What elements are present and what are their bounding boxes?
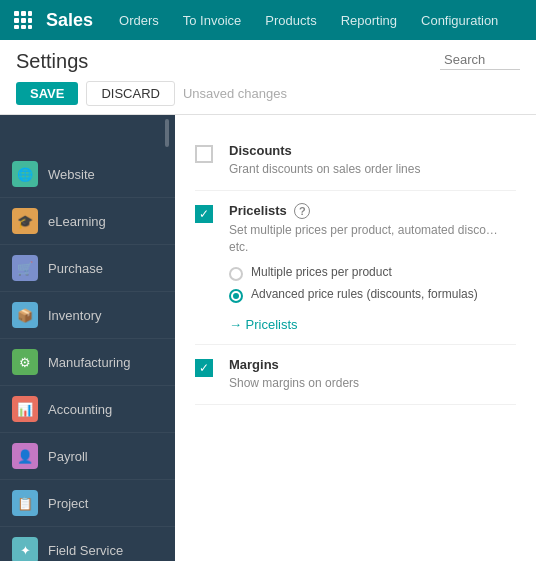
sidebar-label-website: Website	[48, 167, 95, 182]
margins-info: Margins Show margins on orders	[229, 357, 516, 392]
pricelists-help-icon[interactable]: ?	[294, 203, 310, 219]
sidebar-label-project: Project	[48, 496, 88, 511]
sidebar-label-manufacturing: Manufacturing	[48, 355, 130, 370]
sidebar-item-inventory[interactable]: 📦 Inventory	[0, 292, 175, 339]
sidebar-item-elearning[interactable]: 🎓 eLearning	[0, 198, 175, 245]
svg-rect-1	[21, 11, 26, 16]
app-title: Sales	[46, 10, 93, 31]
discard-button[interactable]: DISCARD	[86, 81, 175, 106]
margins-name: Margins	[229, 357, 516, 372]
radio-multi-prices-label: Multiple prices per product	[251, 265, 392, 279]
radio-advanced-rules-circle[interactable]	[229, 289, 243, 303]
margins-setting-row: Margins Show margins on orders	[195, 345, 516, 405]
settings-header: Settings SAVE DISCARD Unsaved changes	[0, 40, 536, 115]
scrollbar-indicator	[165, 119, 169, 147]
svg-rect-5	[28, 18, 32, 23]
nav-reporting[interactable]: Reporting	[331, 9, 407, 32]
radio-advanced-rules-label: Advanced price rules (discounts, formula…	[251, 287, 478, 301]
navbar: Sales Orders To Invoice Products Reporti…	[0, 0, 536, 40]
nav-products[interactable]: Products	[255, 9, 326, 32]
navbar-menu: Orders To Invoice Products Reporting Con…	[109, 9, 528, 32]
discounts-info: Discounts Grant discounts on sales order…	[229, 143, 516, 178]
discounts-name: Discounts	[229, 143, 516, 158]
nav-orders[interactable]: Orders	[109, 9, 169, 32]
sidebar-item-accounting[interactable]: 📊 Accounting	[0, 386, 175, 433]
sidebar-label-inventory: Inventory	[48, 308, 101, 323]
manufacturing-icon: ⚙	[12, 349, 38, 375]
svg-rect-0	[14, 11, 19, 16]
website-icon: 🌐	[12, 161, 38, 187]
search-input[interactable]	[440, 50, 520, 70]
svg-rect-2	[28, 11, 32, 16]
discounts-checkbox[interactable]	[195, 145, 213, 163]
purchase-icon: 🛒	[12, 255, 38, 281]
sidebar-item-website[interactable]: 🌐 Website	[0, 151, 175, 198]
sidebar-item-purchase[interactable]: 🛒 Purchase	[0, 245, 175, 292]
pricelists-checkbox[interactable]	[195, 205, 213, 223]
nav-configuration[interactable]: Configuration	[411, 9, 508, 32]
sidebar-item-field-service[interactable]: ✦ Field Service	[0, 527, 175, 561]
svg-rect-7	[21, 25, 26, 29]
sidebar-label-elearning: eLearning	[48, 214, 106, 229]
sidebar-label-purchase: Purchase	[48, 261, 103, 276]
sidebar: 🌐 Website 🎓 eLearning 🛒 Purchase 📦 Inven…	[0, 115, 175, 561]
pricelists-info: Pricelists ? Set multiple prices per pro…	[229, 203, 516, 333]
inventory-icon: 📦	[12, 302, 38, 328]
grid-menu-icon[interactable]	[8, 5, 38, 35]
pricelists-desc: Set multiple prices per product, automat…	[229, 222, 516, 256]
sidebar-item-manufacturing[interactable]: ⚙ Manufacturing	[0, 339, 175, 386]
pricelists-name: Pricelists ?	[229, 203, 516, 219]
pricelists-sub-options: Multiple prices per product Advanced pri…	[229, 265, 516, 303]
sidebar-item-payroll[interactable]: 👤 Payroll	[0, 433, 175, 480]
svg-rect-6	[14, 25, 19, 29]
svg-rect-8	[28, 25, 32, 29]
svg-rect-3	[14, 18, 19, 23]
main-layout: 🌐 Website 🎓 eLearning 🛒 Purchase 📦 Inven…	[0, 115, 536, 561]
pricelists-link[interactable]: → Pricelists	[229, 317, 298, 332]
margins-desc: Show margins on orders	[229, 375, 516, 392]
radio-multi-prices: Multiple prices per product	[229, 265, 516, 281]
margins-checkbox[interactable]	[195, 359, 213, 377]
main-content: Discounts Grant discounts on sales order…	[175, 115, 536, 561]
nav-to-invoice[interactable]: To Invoice	[173, 9, 252, 32]
discounts-setting-row: Discounts Grant discounts on sales order…	[195, 131, 516, 191]
field-service-icon: ✦	[12, 537, 38, 561]
discounts-desc: Grant discounts on sales order lines	[229, 161, 516, 178]
elearning-icon: 🎓	[12, 208, 38, 234]
unsaved-changes-label: Unsaved changes	[183, 86, 287, 101]
pricelists-setting-row: Pricelists ? Set multiple prices per pro…	[195, 191, 516, 346]
sidebar-label-field-service: Field Service	[48, 543, 123, 558]
radio-multi-prices-circle[interactable]	[229, 267, 243, 281]
save-button[interactable]: SAVE	[16, 82, 78, 105]
accounting-icon: 📊	[12, 396, 38, 422]
sidebar-label-accounting: Accounting	[48, 402, 112, 417]
payroll-icon: 👤	[12, 443, 38, 469]
project-icon: 📋	[12, 490, 38, 516]
svg-rect-4	[21, 18, 26, 23]
sidebar-item-project[interactable]: 📋 Project	[0, 480, 175, 527]
settings-toolbar: SAVE DISCARD Unsaved changes	[16, 81, 520, 114]
sidebar-label-payroll: Payroll	[48, 449, 88, 464]
page-title: Settings	[16, 50, 88, 73]
radio-advanced-rules: Advanced price rules (discounts, formula…	[229, 287, 516, 303]
